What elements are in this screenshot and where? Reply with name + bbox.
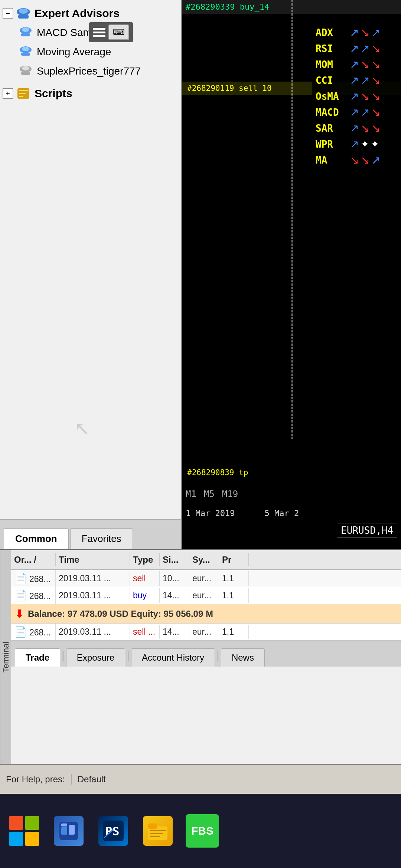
win-quad-yellow: [25, 832, 39, 846]
ea-icon: [15, 5, 32, 22]
table-row[interactable]: 📄268... 2019.03.11 ... buy 14... eur... …: [11, 587, 401, 604]
chart-panel: #268290339 buy_14 #268290119 sell 10 ADX…: [182, 0, 401, 549]
file-explorer-taskbar-icon[interactable]: [141, 814, 175, 848]
fe-icon-inner: [143, 816, 173, 846]
svg-rect-23: [148, 823, 157, 829]
order3-text: #268290839 tp: [186, 467, 250, 479]
chart-dashed-line: [291, 0, 293, 439]
tab-common[interactable]: Common: [4, 528, 69, 549]
suplex-icon: [17, 63, 34, 79]
ind-adx: ADX ↗ ↘ ↗: [316, 26, 397, 39]
col-header-time: Time: [56, 553, 130, 566]
balance-arrow-icon: ⬇: [15, 607, 24, 620]
tab-account-history[interactable]: Account History: [131, 648, 215, 667]
fbs-icon-inner: FBS: [186, 814, 219, 848]
tree-area: − Expert Advisors M: [0, 0, 181, 107]
tree-item-expert-advisors[interactable]: − Expert Advisors: [2, 4, 179, 23]
indicators-panel: ADX ↗ ↘ ↗ RSI ↗ ↗ ↘ MOM ↗ ↘ ↘ CCI: [312, 22, 401, 173]
svg-point-10: [22, 66, 29, 70]
expert-advisors-label: Expert Advisors: [35, 7, 120, 20]
doc-buy-icon: 📄: [14, 590, 27, 601]
tab-exposure[interactable]: Exposure: [66, 648, 125, 667]
svg-rect-2: [18, 15, 29, 19]
ind-mom: MOM ↗ ↘ ↘: [316, 58, 397, 71]
terminal-tabs: Trade | Exposure | Account History | New…: [11, 641, 401, 667]
tab-trade[interactable]: Trade: [15, 648, 60, 667]
cell-symbol-1: eur...: [189, 571, 219, 586]
tree-item-scripts[interactable]: + Scripts: [2, 84, 179, 103]
floating-toolbar: ⌨: [89, 22, 133, 42]
date2-label: 5 Mar 2: [264, 509, 299, 518]
svg-text:PS: PS: [105, 824, 120, 838]
tree-item-suplex[interactable]: SuplexPrices_tiger777: [17, 62, 179, 81]
svg-point-4: [22, 27, 29, 32]
cell-order-1: 📄268...: [11, 570, 56, 587]
scripts-label: Scripts: [35, 87, 72, 100]
tab-news[interactable]: News: [221, 648, 265, 667]
navigator-panel: − Expert Advisors M: [0, 0, 182, 549]
cell-size-1: 10...: [160, 571, 189, 586]
cell-time-2: 2019.03.11 ...: [56, 588, 130, 603]
svg-rect-19: [61, 823, 67, 826]
fbs-taskbar-icon[interactable]: FBS: [186, 814, 219, 848]
suplex-label: SuplexPrices_tiger777: [37, 65, 141, 77]
cell-type-1: sell: [130, 571, 160, 586]
svg-point-1: [19, 9, 28, 14]
svg-point-7: [22, 47, 29, 51]
order3-bar: #268290839 tp: [182, 467, 253, 479]
cell-size-3: 14...: [160, 625, 189, 639]
powershell-taskbar-icon[interactable]: PS: [97, 814, 130, 848]
ind-macd: MACD ↗ ↗ ↘: [316, 106, 397, 119]
windows-logo: [9, 816, 39, 846]
terminal-content: Or... / Time Type Si... Sy... Pr 📄268...…: [11, 550, 401, 764]
ps-icon-inner: PS: [98, 816, 128, 846]
terminal-side-label: Terminal: [0, 550, 11, 764]
status-help-text: For Help, pres:: [0, 774, 72, 785]
table-header: Or... / Time Type Si... Sy... Pr: [11, 550, 401, 570]
cell-symbol-3: eur...: [189, 625, 219, 639]
cell-order-2: 📄268...: [11, 587, 56, 604]
table-row[interactable]: 📄268... 2019.03.11 ... sell 10... eur...…: [11, 570, 401, 587]
balance-text: Balance: 97 478.09 USD Equity: 95 056.09…: [28, 609, 213, 619]
moving-avg-icon: [17, 44, 34, 60]
macd-icon: [17, 24, 34, 41]
mouse-cursor: ↖: [74, 419, 90, 438]
expand-icon[interactable]: +: [3, 88, 13, 99]
date1-label: 1 Mar 2019: [186, 509, 235, 518]
ind-rsi: RSI ↗ ↗ ↘: [316, 42, 397, 55]
mt-icon-inner: [54, 816, 84, 846]
start-button[interactable]: [7, 814, 41, 848]
timeframe-row: M1 M5 M19: [182, 487, 401, 501]
cell-price-2: 1.1: [219, 588, 249, 603]
col-header-price: Pr: [219, 553, 249, 566]
cell-time-3: 2019.03.11 ...: [56, 625, 130, 639]
status-bar: For Help, pres: Default: [0, 764, 401, 794]
collapse-icon[interactable]: −: [3, 8, 13, 19]
terminal-panel: Terminal Or... / Time Type Si... Sy... P…: [0, 549, 401, 764]
tree-item-moving-avg[interactable]: Moving Average: [17, 42, 179, 62]
svg-rect-8: [21, 53, 30, 56]
table-row[interactable]: 📄268... 2019.03.11 ... sell ... 14... eu…: [11, 624, 401, 641]
svg-rect-26: [150, 836, 160, 837]
svg-rect-11: [21, 72, 30, 75]
keyboard-button[interactable]: ⌨: [108, 24, 129, 40]
svg-rect-24: [150, 830, 166, 831]
col-header-size: Si...: [160, 553, 189, 566]
tab-favorites[interactable]: Favorites: [70, 528, 133, 549]
cell-type-2: buy: [130, 588, 160, 603]
col-header-symbol: Sy...: [189, 553, 219, 566]
hamburger-menu[interactable]: [93, 28, 105, 37]
win-quad-red: [9, 816, 23, 830]
ind-sar: SAR ↗ ↘ ↘: [316, 122, 397, 135]
col-header-order: Or... /: [11, 553, 56, 566]
svg-rect-5: [21, 33, 30, 36]
scripts-icon: [15, 85, 32, 102]
ind-osma: OsMA ↗ ↘ ↘: [316, 90, 397, 103]
cell-time-1: 2019.03.11 ...: [56, 571, 130, 586]
cell-type-3: sell ...: [130, 625, 160, 639]
svg-rect-13: [19, 90, 28, 91]
order1-text: #268290339 buy_14: [186, 2, 269, 11]
ind-ma: MA ↘ ↘ ↗: [316, 154, 397, 167]
ind-wpr: WPR ↗ ✦ ✦: [316, 138, 397, 151]
metatrader-taskbar-icon[interactable]: [52, 814, 85, 848]
